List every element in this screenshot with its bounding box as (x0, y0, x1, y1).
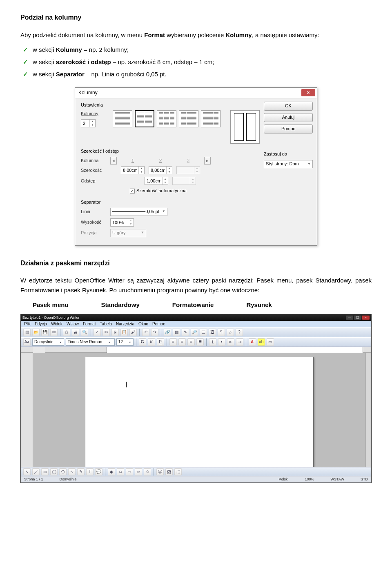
page-area[interactable] (33, 353, 365, 467)
preset-3col[interactable] (157, 110, 176, 127)
pos-dropdown[interactable]: U góry ▼ (110, 229, 146, 237)
close-button[interactable]: × (301, 89, 315, 96)
line-icon[interactable]: ／ (32, 468, 40, 476)
ok-button[interactable]: OK (264, 102, 313, 111)
apply-to-dropdown[interactable]: Styl strony: Dom ▼ (264, 160, 313, 168)
fontwork-icon[interactable]: Ⓐ (156, 468, 164, 476)
arrow-right-icon[interactable]: ▸ (204, 157, 211, 165)
spin-down-icon[interactable]: ▼ (139, 170, 144, 174)
gallery-icon[interactable]: 🖼 (209, 329, 216, 336)
gap1-spinner[interactable]: ▲▼ (145, 177, 168, 185)
preset-right-narrow[interactable] (201, 110, 220, 127)
ellipse-icon[interactable]: ◯ (50, 468, 58, 476)
minimize-icon[interactable]: — (346, 316, 353, 320)
callout-icon[interactable]: 💬 (95, 468, 102, 476)
help-button[interactable]: Pomoc (264, 125, 313, 133)
gap2-spinner[interactable]: ▲▼ (172, 177, 196, 185)
width2-input[interactable] (149, 167, 166, 174)
horizontal-ruler[interactable] (45, 347, 371, 353)
menu-tabela[interactable]: Tabela (100, 321, 112, 327)
spin-up-icon[interactable]: ▲ (167, 167, 172, 170)
vertical-scrollbar[interactable] (365, 353, 371, 467)
from-file-icon[interactable]: 🖼 (165, 468, 173, 476)
print-icon[interactable]: 🖨 (72, 329, 79, 336)
width1-spinner[interactable]: ▲▼ (121, 166, 145, 174)
status-std[interactable]: STD (361, 476, 368, 482)
columns-spinner[interactable]: ▲▼ (81, 119, 96, 127)
menu-plik[interactable]: Plik (24, 321, 31, 327)
close-icon[interactable]: × (362, 316, 370, 320)
vertical-ruler[interactable] (21, 353, 33, 467)
bold-icon[interactable]: G (139, 338, 146, 346)
symbol-shapes-icon[interactable]: ☺ (117, 468, 124, 476)
spin-up-icon[interactable]: ▲ (128, 219, 134, 222)
new-doc-icon[interactable]: ▤ (23, 329, 31, 336)
font-color-icon[interactable]: A (249, 338, 256, 346)
arrows-icon[interactable]: ⇨ (126, 468, 133, 476)
curve-icon[interactable]: ∿ (68, 468, 76, 476)
menu-widok[interactable]: Widok (51, 321, 62, 327)
height-spinner[interactable]: ▲▼ (110, 218, 134, 227)
zoom-icon[interactable]: ⌕ (227, 329, 234, 336)
gap2-input[interactable] (173, 177, 190, 185)
columns-input[interactable] (81, 120, 89, 127)
save-icon[interactable]: 💾 (41, 329, 49, 336)
preview-icon[interactable]: 🔍 (81, 329, 88, 336)
flowchart-icon[interactable]: ▱ (135, 468, 142, 476)
indent-inc-icon[interactable]: ⇥ (236, 338, 243, 346)
italic-icon[interactable]: K (148, 338, 155, 346)
copy-icon[interactable]: ⎘ (111, 329, 119, 336)
style-combo[interactable]: Domyślnie▼ (32, 338, 64, 346)
width3-spinner[interactable]: ▲▼ (176, 166, 200, 174)
highlight-icon[interactable]: ab (258, 338, 265, 346)
bg-color-icon[interactable]: ▭ (267, 338, 274, 346)
drawing-toolbar[interactable]: ↖ ／ ▭ ◯ ⬠ ∿ ✎ T 💬 ◆ ☺ ⇨ ▱ ☆ Ⓐ 🖼 ⬚ (21, 467, 371, 476)
document-page[interactable] (85, 357, 314, 467)
cut-icon[interactable]: ✂ (102, 329, 110, 336)
spell-icon[interactable]: ✓ (94, 329, 101, 336)
gap1-input[interactable] (145, 177, 162, 185)
font-combo[interactable]: Times New Roman▼ (66, 338, 115, 346)
spin-up-icon[interactable]: ▲ (90, 120, 95, 123)
cancel-button[interactable]: Anuluj (264, 113, 313, 122)
freeform-icon[interactable]: ✎ (77, 468, 85, 476)
align-right-icon[interactable]: ≡ (187, 338, 195, 346)
auto-width-checkbox[interactable]: ✓ Szerokość automatyczna (130, 187, 260, 195)
polygon-icon[interactable]: ⬠ (59, 468, 67, 476)
extrude-icon[interactable]: ⬚ (174, 468, 182, 476)
width2-spinner[interactable]: ▲▼ (149, 166, 172, 174)
preset-left-narrow[interactable] (179, 110, 198, 127)
indent-dec-icon[interactable]: ⇤ (227, 338, 234, 346)
text-icon[interactable]: T (86, 468, 94, 476)
status-zoom[interactable]: 100% (305, 476, 314, 482)
select-icon[interactable]: ↖ (23, 468, 31, 476)
nonprint-icon[interactable]: ¶ (218, 329, 225, 336)
spin-down-icon[interactable]: ▼ (128, 222, 134, 226)
preset-1col[interactable] (113, 110, 132, 127)
menu-okno[interactable]: Okno (138, 321, 148, 327)
line-dropdown[interactable]: 0,05 pt ▼ (110, 208, 167, 216)
menu-wstaw[interactable]: Wstaw (67, 321, 79, 327)
menu-edycja[interactable]: Edycja (35, 321, 47, 327)
link-icon[interactable]: 🔗 (164, 329, 171, 336)
undo-icon[interactable]: ↶ (142, 329, 149, 336)
open-icon[interactable]: 📂 (32, 329, 40, 336)
menu-pomoc[interactable]: Pomoc (152, 321, 165, 327)
menu-bar[interactable]: Plik Edycja Widok Wstaw Format Tabela Na… (21, 321, 371, 327)
spin-down-icon[interactable]: ▼ (90, 123, 95, 127)
spin-up-icon[interactable]: ▲ (163, 177, 168, 181)
width3-input[interactable] (177, 167, 194, 174)
list-bullet-icon[interactable]: • (218, 338, 225, 346)
spin-up-icon[interactable]: ▲ (139, 167, 144, 170)
styles-icon[interactable]: Aᴀ (23, 338, 31, 346)
preset-2col[interactable] (135, 110, 154, 127)
basic-shapes-icon[interactable]: ◆ (108, 468, 115, 476)
pdf-icon[interactable]: ⎙ (63, 329, 70, 336)
formatting-toolbar[interactable]: Aᴀ Domyślnie▼ Times New Roman▼ 12▼ G K P… (21, 337, 371, 347)
maximize-icon[interactable]: ▢ (354, 316, 361, 320)
align-left-icon[interactable]: ≡ (169, 338, 177, 346)
email-icon[interactable]: ✉ (50, 329, 58, 336)
find-icon[interactable]: 🔎 (191, 329, 198, 336)
status-insert[interactable]: WSTAW (331, 476, 345, 482)
table-icon[interactable]: ▦ (173, 329, 180, 336)
